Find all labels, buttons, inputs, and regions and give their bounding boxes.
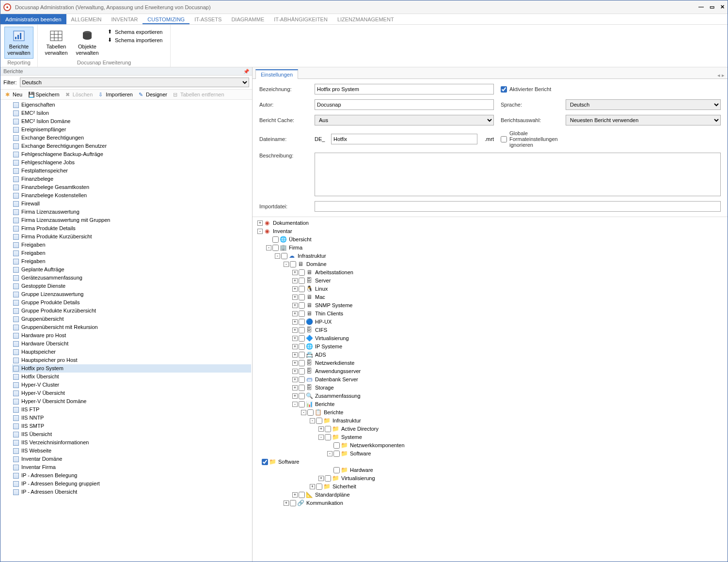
tree-toggle[interactable]: + [292,319,298,325]
tree-item[interactable]: +🔷Virtualisierung [255,334,725,343]
tree-toggle[interactable]: + [318,426,324,432]
report-item[interactable]: Exchange Berechtigungen [12,134,251,142]
input-dateiname[interactable] [331,134,477,144]
nav-next-icon[interactable]: ▸ [722,72,725,78]
tree-checkbox[interactable] [299,269,305,276]
import-button[interactable]: ⇩Importieren [96,91,135,98]
report-item[interactable]: Firewall [12,200,251,208]
objekte-verwalten-button[interactable]: Objekte verwalten [73,27,102,59]
tabellen-verwalten-button[interactable]: Tabellen verwalten [42,27,71,59]
report-item[interactable]: Eigenschaften [12,101,251,109]
tree-item[interactable]: +📁Sicherheit [255,483,725,491]
report-item[interactable]: Inventar Domäne [12,455,251,463]
berichte-verwalten-button[interactable]: Berichte verwalten [4,27,33,59]
report-item[interactable]: Freigaben [12,257,251,265]
save-button[interactable]: 💾Speichern [26,91,62,98]
report-item[interactable]: Geplante Aufträge [12,265,251,274]
tree-item[interactable]: -📁Software [255,450,725,458]
tree-checkbox[interactable] [299,278,305,284]
tree-checkbox[interactable] [325,434,331,440]
report-item[interactable]: Ereignisempfänger [12,125,251,134]
tree-toggle[interactable]: - [318,435,324,440]
report-item[interactable]: EMC² Isilon [12,109,251,117]
checkbox-global[interactable] [501,136,507,142]
report-item[interactable]: Firma Lizenzauswertung [12,208,251,216]
designer-button[interactable]: ✎Designer [137,91,169,98]
tree-item[interactable]: +🗃Datenbank Server [255,375,725,384]
tree-toggle[interactable]: + [292,286,298,292]
report-item[interactable]: IIS Webseite [12,447,251,455]
tree-toggle[interactable]: + [292,295,298,300]
tree-checkbox[interactable] [281,253,287,259]
report-item[interactable]: Gruppe Produkte Details [12,298,251,307]
tree-item[interactable]: +🖥Arbeitsstationen [255,268,725,277]
tree-checkbox[interactable] [262,459,268,465]
tree-item[interactable]: -🏢Firma [255,244,725,252]
tree-item[interactable]: +🗄Storage [255,384,725,392]
tree-checkbox[interactable] [299,368,305,375]
tree-item[interactable]: -◉Inventar [255,227,725,235]
tree-checkbox[interactable] [299,319,305,325]
tree-toggle[interactable]: - [327,451,332,456]
tree-checkbox[interactable] [299,286,305,292]
input-autor[interactable] [315,99,494,110]
tree-toggle[interactable]: - [266,245,271,250]
close-button[interactable]: ✕ [720,4,725,10]
nav-prev-icon[interactable]: ◂ [717,72,720,78]
tree-item[interactable]: +📇ADS [255,351,725,359]
report-item[interactable]: Freigaben [12,249,251,257]
tab-einstellungen[interactable]: Einstellungen [255,69,298,79]
report-item[interactable]: Gruppenübersicht mit Rekursion [12,323,251,331]
maximize-button[interactable]: ▭ [710,4,714,10]
tree-item[interactable]: -☁Infrastruktur [255,252,725,260]
tree-checkbox[interactable] [272,245,279,251]
tree-toggle[interactable]: + [310,484,315,489]
report-item[interactable]: IIS SMTP [12,422,251,430]
tree-toggle[interactable]: + [292,344,298,349]
tree-checkbox[interactable] [290,500,296,506]
report-item[interactable]: IIS Übersicht [12,430,251,438]
tree-checkbox[interactable] [333,467,340,473]
tree-toggle[interactable]: + [292,369,298,374]
pin-icon[interactable]: 📌 [243,69,249,74]
report-item[interactable]: Firma Produkte Kurzübersicht [12,233,251,241]
report-item[interactable]: Hardware pro Host [12,331,251,340]
delete-button[interactable]: ✖Löschen [63,91,95,98]
tree-item[interactable]: +📁Virtualisierung [255,474,725,483]
menu-lizenzmanagement[interactable]: LIZENZMANAGEMENT [332,14,399,24]
tree-toggle[interactable]: - [275,253,280,259]
report-item[interactable]: Finanzbelege Kostenstellen [12,191,251,200]
tree-item[interactable]: +🔵HP-UX [255,318,725,326]
tree-item[interactable]: +◉Dokumentation [255,219,725,227]
tree-item[interactable]: +🗄Netzwerkdienste [255,359,725,367]
report-item[interactable]: Firma Lizenzauswertung mit Gruppen [12,216,251,224]
new-button[interactable]: ✱Neu [3,91,24,98]
tree-checkbox[interactable] [299,294,305,300]
tree-toggle[interactable]: - [292,402,298,407]
report-item[interactable]: Gerätezusammenfassung [12,274,251,282]
tree-checkbox[interactable] [299,352,305,358]
tree-toggle[interactable]: + [292,278,298,283]
tree-item[interactable]: +🔗Kommunikation [255,499,725,507]
tree-toggle[interactable]: - [257,229,263,234]
tree-item[interactable]: -📁Systeme [255,433,725,441]
tree-item[interactable]: +🐧Linux [255,285,725,293]
report-item[interactable]: IIS NNTP [12,414,251,422]
tree-toggle[interactable]: + [292,385,298,390]
report-item[interactable]: Festplattenspeicher [12,167,251,175]
tree-checkbox[interactable] [299,327,305,333]
tree-item[interactable]: 📁Hardware [255,466,725,474]
tree-checkbox[interactable] [299,311,305,317]
tree-item[interactable]: +🌐IP Systeme [255,343,725,351]
tree-checkbox[interactable] [299,401,305,407]
menu-diagramme[interactable]: DIAGRAMME [226,14,269,24]
schema-import-button[interactable]: ⬇Schema importieren [108,37,162,43]
tree-item[interactable]: -📊Berichte [255,400,725,408]
report-item[interactable]: Gruppe Lizenzauswertung [12,290,251,298]
tree-toggle[interactable]: + [284,500,289,506]
tree-toggle[interactable]: + [292,303,298,308]
report-item[interactable]: Inventar Firma [12,463,251,471]
report-item[interactable]: Finanzbelege Gesamtkosten [12,183,251,191]
report-item[interactable]: Hauptspeicher [12,348,251,356]
menu-it-assets[interactable]: IT-ASSETS [190,14,226,24]
